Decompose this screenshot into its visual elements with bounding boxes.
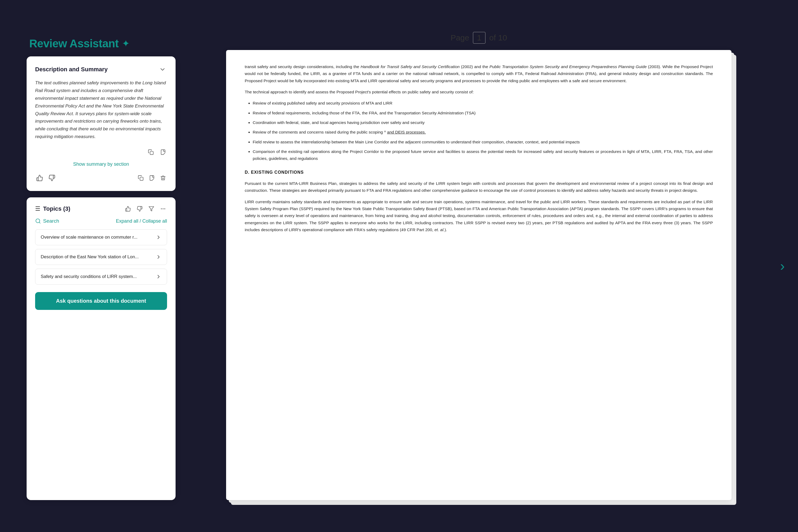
topic-chevron-3 xyxy=(156,274,162,280)
thumbs-down-button[interactable] xyxy=(48,173,56,183)
copy-icon xyxy=(148,149,154,155)
svg-rect-0 xyxy=(150,151,153,155)
doc-bullet-2: Review of federal requirements, includin… xyxy=(253,110,713,116)
topics-actions xyxy=(124,205,167,213)
doc-italic-2: Public Transportation System Security an… xyxy=(490,64,647,69)
search-group[interactable]: Search xyxy=(35,218,59,224)
topic-item-2-text: Description of the East New York station… xyxy=(41,254,139,260)
filter-icon xyxy=(148,206,154,212)
section-heading-d: D. EXISTING CONDITIONS xyxy=(245,169,713,176)
search-label[interactable]: Search xyxy=(43,218,59,224)
thumbs-up-icon xyxy=(36,174,43,182)
page-prefix: Page xyxy=(451,33,469,42)
svg-point-3 xyxy=(161,209,162,209)
feedback-group xyxy=(35,173,56,183)
doc-bullet-list: Review of existing published safety and … xyxy=(253,100,713,162)
topic-item-1[interactable]: Overview of scale maintenance on commute… xyxy=(35,229,167,245)
doc-bullet-3: Coordination with federal, state, and lo… xyxy=(253,119,713,126)
note-button-bottom[interactable] xyxy=(148,174,156,182)
svg-marker-2 xyxy=(149,207,154,211)
topics-header: ☰ Topics (3) xyxy=(35,205,167,213)
description-card-title: Description and Summary xyxy=(35,66,108,73)
search-icon xyxy=(35,218,41,224)
copy-button-top[interactable] xyxy=(147,148,155,156)
topic-chevron-1 xyxy=(156,234,162,240)
sticky-note-icon-2 xyxy=(149,175,155,181)
expand-collapse-divider: / xyxy=(140,218,142,224)
more-options-button[interactable] xyxy=(159,205,167,213)
description-body: The text outlines planned safety improve… xyxy=(35,79,167,141)
copy-button-bottom[interactable] xyxy=(137,174,145,182)
doc-page: transit safety and security design consi… xyxy=(226,50,732,500)
description-collapse-button[interactable] xyxy=(158,65,167,74)
topic-item-2[interactable]: Description of the East New York station… xyxy=(35,249,167,265)
doc-italic-3: et. al. xyxy=(434,227,444,232)
doc-para-3: Pursuant to the current MTA-LIRR Busines… xyxy=(245,180,713,194)
topics-thumbs-down-button[interactable] xyxy=(136,205,144,213)
doc-stack: transit safety and security design consi… xyxy=(226,50,732,500)
collapse-all-label[interactable]: Collapse all xyxy=(142,218,167,224)
sparkle-icon: ✦ xyxy=(122,38,130,49)
doc-para-2: The technical approach to identify and a… xyxy=(245,89,713,95)
doc-para-4: LIRR currently maintains safety standard… xyxy=(245,198,713,233)
topic-item-1-text: Overview of scale maintenance on commute… xyxy=(41,234,137,240)
doc-para-1: transit safety and security design consi… xyxy=(245,63,713,84)
thumbs-down-icon-topics xyxy=(137,206,142,212)
card-actions-top xyxy=(35,148,167,156)
topic-item-3[interactable]: Safety and security conditions of LIRR s… xyxy=(35,269,167,285)
topics-title-group: ☰ Topics (3) xyxy=(35,205,70,212)
svg-line-7 xyxy=(39,222,40,223)
action-group-bottom xyxy=(137,174,167,182)
doc-bullet-4: Review of the comments and concerns rais… xyxy=(253,129,713,136)
app-title: Review Assistant xyxy=(29,37,119,50)
topics-thumbs-up-button[interactable] xyxy=(124,205,132,213)
note-button-top[interactable] xyxy=(159,148,167,156)
doc-bullet-6: Comparison of the existing rail operatio… xyxy=(253,148,713,162)
thumbs-up-button[interactable] xyxy=(35,173,44,183)
page-indicator: Page 1 of 10 xyxy=(451,32,507,44)
doc-bullet-1: Review of existing published safety and … xyxy=(253,100,713,107)
svg-point-5 xyxy=(165,209,165,209)
page-of: of xyxy=(489,33,496,42)
doc-underline-1: and DEIS processes. xyxy=(387,130,426,134)
expand-collapse-group[interactable]: Expand all / Collapse all xyxy=(116,218,167,224)
ask-button[interactable]: Ask questions about this document xyxy=(35,292,167,310)
sticky-note-icon xyxy=(160,149,166,155)
document-area: Page 1 of 10 transit safety and security… xyxy=(175,32,772,500)
left-panel: Review Assistant ✦ Description and Summa… xyxy=(26,32,175,500)
trash-button[interactable] xyxy=(159,174,167,182)
main-container: Review Assistant ✦ Description and Summa… xyxy=(26,19,772,513)
description-card: Description and Summary The text outline… xyxy=(26,56,175,191)
app-header: Review Assistant ✦ xyxy=(26,32,175,56)
trash-icon xyxy=(160,175,166,181)
chevron-down-icon xyxy=(159,66,166,73)
thumbs-down-icon xyxy=(49,174,55,182)
topic-chevron-2 xyxy=(156,254,162,260)
topics-card: ☰ Topics (3) xyxy=(26,197,175,500)
svg-rect-1 xyxy=(140,177,143,180)
page-current: 1 xyxy=(473,32,486,44)
copy-icon-2 xyxy=(138,175,144,181)
svg-point-4 xyxy=(163,209,163,209)
description-card-header: Description and Summary xyxy=(35,65,167,74)
show-summary-link[interactable]: Show summary by section xyxy=(73,162,129,167)
ellipsis-icon xyxy=(160,206,166,212)
search-row: Search Expand all / Collapse all xyxy=(35,218,167,224)
doc-italic-1: Handbook for Transit Safety and Security… xyxy=(360,64,460,69)
doc-text: transit safety and security design consi… xyxy=(245,63,713,233)
hamburger-icon: ☰ xyxy=(35,205,40,212)
card-actions-bottom xyxy=(35,173,167,183)
expand-all-label[interactable]: Expand all xyxy=(116,218,138,224)
thumbs-up-icon-topics xyxy=(125,206,131,212)
doc-bullet-5: Field review to assess the interrelation… xyxy=(253,138,713,146)
filter-button[interactable] xyxy=(147,205,155,213)
next-page-button[interactable]: › xyxy=(780,258,785,274)
page-total: 10 xyxy=(498,33,507,42)
topic-item-3-text: Safety and security conditions of LIRR s… xyxy=(41,274,137,279)
topics-title: Topics (3) xyxy=(43,205,70,212)
